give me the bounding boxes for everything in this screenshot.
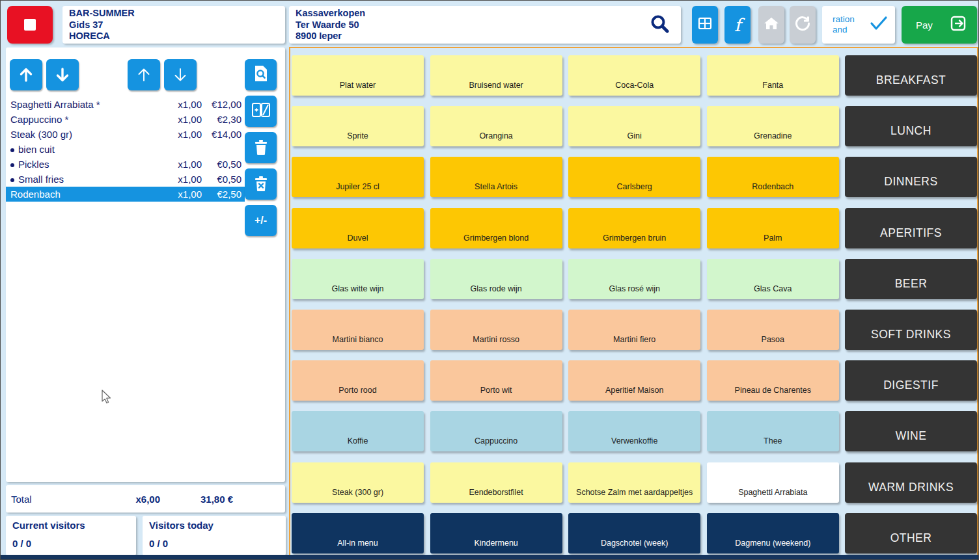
order-item-name: Spaghetti Arrabiata * — [10, 99, 156, 110]
product-tile[interactable]: Stella Artois — [430, 157, 562, 197]
product-tile[interactable]: Palm — [707, 208, 839, 248]
product-tile[interactable]: Gini — [568, 106, 700, 146]
product-tile[interactable]: Porto wit — [430, 360, 562, 401]
category-button-beer[interactable]: BEER — [845, 259, 977, 299]
product-tile[interactable]: All-in menu — [292, 513, 424, 553]
order-line[interactable]: Small friesx1,00€0,50 — [6, 172, 245, 187]
product-tile[interactable]: Kindermenu — [430, 513, 562, 553]
product-tile[interactable]: Grimbergen bruin — [568, 208, 700, 248]
category-button-digestif[interactable]: DIGESTIF — [845, 360, 977, 401]
bullet-icon — [10, 178, 14, 182]
order-line[interactable]: Rodenbachx1,00€2,50 — [6, 187, 245, 202]
delete-line-button[interactable] — [245, 132, 277, 163]
order-item-name: Rodenbach — [10, 189, 156, 200]
registration-toggle-button[interactable]: ration and — [822, 6, 895, 44]
product-tile[interactable]: Duvel — [292, 208, 424, 248]
function-button[interactable]: f — [724, 6, 751, 44]
move-line-up-button[interactable] — [10, 59, 42, 90]
bullet-icon — [10, 148, 14, 152]
product-tile[interactable]: Verwenkoffie — [568, 411, 700, 451]
category-button-lunch[interactable]: LUNCH — [845, 106, 977, 146]
product-tile[interactable]: Coca-Cola — [568, 55, 700, 96]
scroll-down-button[interactable] — [164, 59, 197, 90]
order-line[interactable]: Spaghetti Arrabiata *x1,00€12,00 — [6, 97, 245, 112]
product-tile[interactable]: Martini bianco — [292, 310, 424, 350]
product-tile[interactable]: Eendeborstfilet — [430, 462, 562, 503]
order-line[interactable]: Steak (300 gr)x1,00€14,00 — [6, 127, 245, 142]
product-tile[interactable]: Porto rood — [292, 360, 424, 401]
product-tile[interactable]: Thee — [707, 411, 839, 451]
total-amount: 31,80 € — [160, 494, 233, 505]
product-tile[interactable]: Glas rosé wijn — [568, 259, 700, 299]
bullet-icon — [10, 163, 14, 167]
product-tile[interactable]: Plat water — [292, 55, 424, 96]
product-tile[interactable]: Jupiler 25 cl — [292, 157, 424, 197]
product-tile[interactable]: Martini fiero — [568, 310, 700, 350]
order-line[interactable]: bien cuit — [6, 142, 245, 157]
category-button-warm-drinks[interactable]: WARM DRINKS — [845, 462, 977, 503]
product-tile[interactable]: Cappuccino — [430, 411, 562, 451]
current-visitors-value: 0 / 0 — [12, 538, 136, 549]
shop-address: Ter Waarde 50 — [296, 20, 681, 31]
order-item-name: Steak (300 gr) — [10, 129, 156, 140]
grid-view-button[interactable] — [692, 6, 718, 44]
product-tile[interactable]: Glas witte wijn — [292, 259, 424, 299]
product-tile[interactable]: Grimbergen blond — [430, 208, 562, 248]
refresh-button[interactable] — [790, 6, 816, 44]
product-tile[interactable]: Rodenbach — [707, 157, 839, 197]
product-tile[interactable]: Glas Cava — [707, 259, 839, 299]
total-quantity: x6,00 — [121, 494, 160, 505]
visitors-today-value: 0 / 0 — [149, 538, 286, 549]
grid-icon — [697, 16, 713, 34]
category-button-breakfast[interactable]: BREAKFAST — [845, 55, 977, 96]
category-button-aperitifs[interactable]: APERITIFS — [845, 208, 977, 248]
product-tile[interactable]: Steak (300 gr) — [292, 462, 424, 503]
order-item-price: €14,00 — [202, 129, 245, 140]
product-tile[interactable]: Orangina — [430, 106, 562, 146]
product-tile[interactable]: Dagmenu (weekend) — [707, 513, 839, 553]
order-item-price: €2,30 — [202, 114, 245, 125]
arrow-down-icon — [54, 66, 71, 83]
clear-order-button[interactable] — [245, 168, 277, 200]
stop-button[interactable] — [7, 6, 53, 44]
order-line[interactable]: Cappuccino *x1,00€2,30 — [6, 112, 245, 127]
category-button-wine[interactable]: WINE — [845, 411, 977, 451]
pay-button[interactable]: Pay — [902, 6, 977, 44]
product-tile[interactable]: Spaghetti Arrabiata — [707, 462, 839, 503]
product-tile[interactable]: Martini rosso — [430, 310, 562, 350]
boxed-arrow-right-icon — [950, 14, 968, 35]
order-line[interactable]: Picklesx1,00€0,50 — [6, 157, 245, 172]
registration-label-line2: and — [833, 25, 869, 35]
product-tile[interactable]: Glas rode wijn — [430, 259, 562, 299]
product-tile[interactable]: Dagschotel (week) — [568, 513, 700, 553]
product-tile[interactable]: Fanta — [707, 55, 839, 96]
scroll-up-button[interactable] — [128, 59, 160, 90]
category-button-dinners[interactable]: DINNERS — [845, 157, 977, 197]
product-tile[interactable]: Sprite — [292, 106, 424, 146]
order-item-name: Small fries — [10, 174, 156, 185]
product-tile[interactable]: Pineau de Charentes — [707, 360, 839, 401]
move-line-down-button[interactable] — [46, 59, 79, 90]
product-tile[interactable]: Bruisend water — [430, 55, 562, 96]
split-order-button[interactable] — [245, 96, 277, 127]
product-tile[interactable]: Aperitief Maison — [568, 360, 700, 401]
product-tile[interactable]: Pasoa — [707, 310, 839, 350]
order-item-name: bien cuit — [10, 144, 156, 155]
product-panel: Plat waterBruisend waterCoca-ColaFantaSp… — [289, 47, 978, 559]
category-button-other[interactable]: OTHER — [845, 513, 977, 553]
current-visitors-card: Current visitors 0 / 0 — [6, 516, 136, 555]
product-tile[interactable]: Grenadine — [707, 106, 839, 146]
product-tile[interactable]: Carlsberg — [568, 157, 700, 197]
shop-header-card: Kassaverkopen Ter Waarde 50 8900 Ieper — [289, 6, 681, 44]
category-button-soft-drinks[interactable]: SOFT DRINKS — [845, 310, 977, 350]
window-bottom-edge — [1, 555, 978, 559]
search-icon[interactable] — [647, 12, 673, 38]
plus-minus-button[interactable]: +/- — [245, 205, 277, 236]
product-tile[interactable]: Koffie — [292, 411, 424, 451]
pos-type: HORECA — [69, 31, 285, 42]
home-button[interactable] — [758, 6, 784, 44]
search-order-button[interactable] — [245, 59, 277, 90]
arrow-down-icon — [172, 66, 189, 83]
product-tile[interactable]: Schotse Zalm met aardappeltjes — [568, 462, 700, 503]
pay-label: Pay — [916, 20, 950, 31]
